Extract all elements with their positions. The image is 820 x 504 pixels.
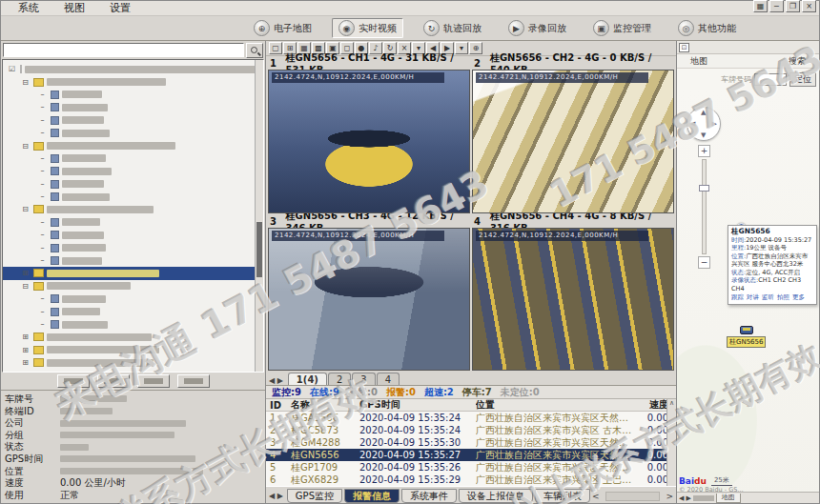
bottom-tabs-scroll-arrows[interactable]: ◀ ▶ (269, 492, 283, 500)
tree-expander-icon[interactable]: – (37, 244, 48, 252)
map-fullscreen-icon[interactable]: ⊡ (679, 43, 689, 52)
tree-expander-icon[interactable]: ⊞ (20, 358, 31, 367)
tree-expander-icon[interactable]: – (37, 294, 48, 303)
tree-expander-icon[interactable]: ⊞ (20, 269, 31, 277)
tree-scrollbar-thumb[interactable] (256, 222, 262, 277)
tree-item[interactable]: – (3, 292, 263, 305)
zoom-in-button[interactable]: + (698, 145, 710, 157)
col-location[interactable]: 位置 (476, 398, 636, 412)
tree-item[interactable]: – (3, 178, 263, 191)
tree-expander-icon[interactable]: – (37, 91, 48, 99)
table-row[interactable]: 4 桂GN5656 2020-04-09 15:35:27 广西壮族自治区来宾市… (266, 449, 676, 461)
tree-item[interactable]: ⊟ (3, 280, 263, 292)
tree-expander-icon[interactable]: ⊟ (20, 78, 31, 87)
tree-action-button[interactable] (177, 374, 210, 388)
tree-item[interactable]: ⊞ (3, 344, 263, 356)
tree-item[interactable]: – (3, 216, 263, 229)
tree-expander-icon[interactable]: – (37, 167, 48, 175)
pan-right-icon[interactable]: ▶ (712, 120, 717, 128)
tree-expander-icon[interactable]: – (37, 218, 48, 227)
tree-expander-icon[interactable]: – (37, 256, 48, 265)
tree-item[interactable]: – (3, 254, 263, 267)
col-id[interactable]: ID (266, 400, 291, 411)
window-control-button[interactable]: ─ (769, 0, 784, 12)
tree-action-button[interactable] (97, 374, 130, 388)
zoom-slider-handle[interactable] (699, 185, 709, 192)
tree-expander-icon[interactable]: ⊟ (20, 142, 31, 151)
tree-item[interactable]: – (3, 165, 263, 177)
toolbar-button[interactable]: ▣ 监控管理 (586, 18, 658, 38)
tree-item[interactable]: ⊟ (3, 139, 263, 151)
video-stream-ch4[interactable]: 2142.4724,N,10912.2024,E,000KM/H (472, 228, 674, 372)
tree-action-button[interactable] (57, 374, 90, 388)
bottom-tab[interactable]: 设备上报信息 (459, 489, 533, 503)
col-name[interactable]: 名称 (291, 398, 359, 412)
tree-item[interactable]: ⊞ (3, 267, 263, 279)
pan-up-icon[interactable]: ▲ (701, 109, 706, 116)
map-search-input[interactable] (754, 73, 787, 86)
video-stream-ch1[interactable]: 2142.4724,N,10912.2024,E,000KM/H (268, 70, 470, 213)
map-bottom-prev-icon[interactable]: ◀ (679, 494, 684, 502)
col-gps-time[interactable]: GPS时间 (359, 398, 476, 412)
menu-view[interactable]: 视图 (52, 1, 96, 15)
tree-item[interactable]: – (3, 229, 263, 241)
bottom-tabs-prev-icon[interactable]: < (592, 492, 600, 501)
table-row[interactable]: 5 桂GP1709 2020-04-09 15:35:26 广西壮族自治区来宾市… (266, 461, 676, 474)
map-pan-control[interactable]: ▲ ▼ ◀ ▶ (687, 107, 721, 141)
bottom-tab[interactable]: 报警信息 (344, 489, 400, 503)
window-control-button[interactable]: ❐ (786, 0, 800, 12)
tree-expander-icon[interactable]: – (37, 320, 48, 329)
toolbar-button[interactable]: ◉ 实时视频 (332, 18, 403, 38)
tree-expander-icon[interactable]: – (37, 231, 48, 239)
map-bottom-tab-redacted[interactable] (693, 495, 714, 501)
table-row[interactable]: 1 桂GA5566 2020-04-09 15:35:24 广西壮族自治区来宾市… (266, 412, 676, 424)
video-page-tab[interactable]: 4 (377, 373, 400, 385)
tree-expander-icon[interactable]: ⊟ (20, 205, 31, 213)
popup-action-link[interactable]: 更多 (792, 293, 805, 302)
zoom-out-button[interactable]: − (698, 256, 710, 269)
table-row[interactable]: 6 桂GX6829 2020-04-09 15:35:29 广西壮族自治区来宾市… (266, 474, 676, 486)
tree-item[interactable]: – (3, 241, 263, 253)
bottom-tab[interactable]: 车辆列表 (535, 489, 590, 503)
tree-item[interactable]: ☑ (3, 63, 263, 75)
table-row[interactable]: 2 桂GC5873 2020-04-09 15:35:24 广西壮族自治区来宾市… (266, 424, 676, 436)
toolbar-button[interactable]: ↻ 轨迹回放 (417, 18, 488, 38)
map-tab-search[interactable]: 搜索 (789, 55, 806, 68)
tree-expander-icon[interactable]: – (37, 103, 48, 111)
tree-expander-icon[interactable]: – (37, 154, 48, 163)
bottom-tab[interactable]: 系统事件 (401, 489, 457, 503)
tree-scrollbar[interactable] (255, 60, 263, 372)
map-locate-button[interactable]: 定位 (789, 72, 816, 87)
tree-item[interactable]: – (3, 89, 263, 101)
popup-action-link[interactable]: 跟踪 (731, 293, 744, 302)
popup-action-link[interactable]: 对讲 (747, 293, 759, 302)
bottom-tabs-next-icon[interactable]: > (666, 492, 673, 501)
tree-expander-icon[interactable]: – (37, 129, 48, 137)
tree-item[interactable]: ⊞ (3, 356, 263, 369)
menu-settings[interactable]: 设置 (98, 1, 142, 15)
popup-action-link[interactable]: 拍照 (777, 293, 789, 302)
tree-item[interactable]: – (3, 127, 263, 139)
zoom-slider-track[interactable] (702, 159, 707, 254)
toolbar-button[interactable]: ⊕ 电子地图 (247, 18, 318, 38)
tree-item[interactable]: – (3, 152, 263, 165)
video-stream-ch3[interactable]: 2142.4724,N,10912.2024,E,000KM/H (268, 228, 470, 372)
tree-expander-icon[interactable]: ☑ (7, 65, 17, 73)
tree-item[interactable]: – (3, 114, 263, 127)
map-bottom-next-icon[interactable]: ▶ (686, 494, 690, 502)
video-toolbar-icon[interactable]: ⊕ (469, 42, 482, 54)
video-stream-ch2[interactable]: 2142.4721,N,10912.2024,E,000KM/H (472, 70, 674, 213)
video-toolbar-icon[interactable]: ▢ (269, 42, 282, 54)
window-control-button[interactable]: ▦ (753, 0, 768, 12)
map-bottom-tab-map[interactable]: 地图 (716, 494, 741, 503)
popup-action-link[interactable]: 监听 (762, 293, 774, 302)
search-button[interactable] (246, 43, 263, 58)
tree-item[interactable]: – (3, 318, 263, 331)
bottom-tab[interactable]: GPS监控 (287, 489, 342, 503)
tree-item[interactable]: ⊟ (3, 203, 263, 215)
window-control-button[interactable]: × (802, 0, 816, 12)
toolbar-button[interactable]: ◎ 其他功能 (671, 18, 743, 38)
page-tabs-scroll-arrows[interactable]: ◀ ▶ (269, 376, 283, 385)
tree-item[interactable]: ⊟ (3, 75, 263, 88)
tree-expander-icon[interactable]: – (37, 116, 48, 125)
